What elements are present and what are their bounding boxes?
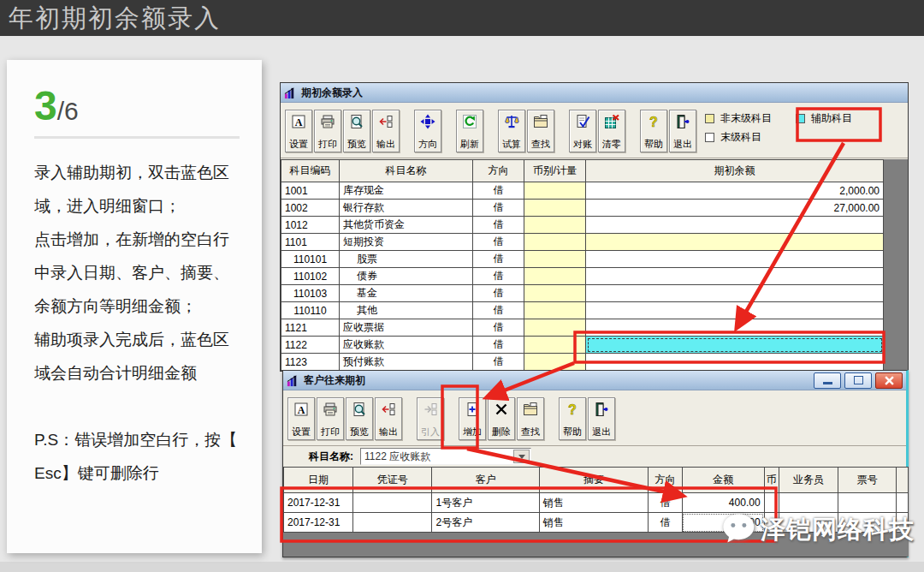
win1-titlebar[interactable]: 期初余额录入: [281, 83, 908, 103]
cell[interactable]: 1001: [281, 182, 340, 200]
find-button[interactable]: 查找: [527, 110, 554, 152]
cell[interactable]: 2017-12-31: [284, 513, 353, 533]
amount-cell[interactable]: 400.00: [682, 493, 764, 513]
exit-button[interactable]: 退出: [588, 397, 615, 440]
cell[interactable]: 借: [473, 354, 524, 371]
preview-button[interactable]: 预览: [346, 397, 373, 440]
cell[interactable]: [838, 513, 897, 533]
cell[interactable]: 借: [473, 251, 524, 268]
cell[interactable]: [352, 493, 432, 513]
cell[interactable]: 借: [473, 319, 524, 337]
import-button[interactable]: 引入: [417, 397, 444, 440]
cell[interactable]: [524, 337, 586, 354]
clear-zero-button[interactable]: 清零: [598, 110, 625, 152]
cell[interactable]: 110101: [281, 251, 340, 268]
balance-cell[interactable]: [586, 251, 884, 268]
printer-button[interactable]: 打印: [314, 110, 341, 152]
cell[interactable]: 销售: [539, 493, 648, 513]
cell[interactable]: 销售: [539, 513, 648, 533]
cell[interactable]: [524, 251, 586, 268]
cell[interactable]: 1122: [281, 337, 340, 354]
help-button[interactable]: ?帮助: [640, 110, 667, 152]
cell[interactable]: 1012: [281, 217, 340, 234]
cell[interactable]: [524, 285, 586, 302]
amount-cell[interactable]: 400.00: [682, 513, 764, 533]
help-button[interactable]: ?帮助: [559, 397, 586, 440]
balance-cell[interactable]: [586, 302, 884, 319]
delete-button[interactable]: 删除: [488, 397, 515, 440]
cell[interactable]: 2号客户: [432, 513, 539, 533]
cell[interactable]: 1123: [281, 354, 340, 371]
preview-button[interactable]: 预览: [343, 110, 370, 152]
cell[interactable]: 短期投资: [340, 234, 473, 251]
exit-button[interactable]: 退出: [669, 110, 696, 152]
balance-cell[interactable]: [586, 285, 884, 302]
cell[interactable]: [524, 354, 586, 371]
settings-a-button[interactable]: A设置: [287, 397, 315, 440]
balance-cell[interactable]: 27,000.00: [586, 200, 884, 217]
cell[interactable]: 借: [649, 513, 683, 533]
win2-titlebar[interactable]: 客户往来期初: [283, 371, 906, 390]
cell[interactable]: 借: [649, 493, 683, 513]
cell[interactable]: 基金: [340, 285, 473, 302]
cell[interactable]: [524, 182, 586, 200]
cell[interactable]: 借: [473, 182, 524, 200]
cell[interactable]: 其他货币资金: [340, 217, 473, 234]
restore-button[interactable]: [844, 372, 872, 389]
balance-cell[interactable]: [586, 268, 884, 285]
export-button[interactable]: 输出: [372, 110, 400, 152]
cell[interactable]: [779, 513, 838, 533]
reconcile-button[interactable]: 对账: [569, 110, 596, 152]
cell[interactable]: 其他: [340, 302, 473, 319]
direction-button[interactable]: 方向: [414, 110, 441, 152]
balance-cell[interactable]: [586, 354, 884, 371]
cell[interactable]: 应收票据: [340, 319, 473, 337]
cell[interactable]: 1002: [281, 200, 340, 217]
add-button[interactable]: 增加: [459, 397, 486, 440]
cell[interactable]: 预付账款: [340, 354, 473, 371]
cell[interactable]: 银行存款: [340, 200, 473, 217]
cell[interactable]: 1101: [281, 234, 340, 251]
cell[interactable]: [764, 493, 779, 513]
cell[interactable]: 股票: [340, 251, 473, 268]
cell[interactable]: [352, 513, 432, 533]
cell[interactable]: 1号客户: [432, 493, 539, 513]
cell[interactable]: [896, 493, 908, 513]
balance-cell[interactable]: [586, 319, 884, 337]
cell[interactable]: [524, 319, 586, 337]
cell[interactable]: 110102: [281, 268, 340, 285]
dropdown-arrow-icon[interactable]: [513, 450, 530, 463]
cell[interactable]: 借: [473, 217, 524, 234]
cell[interactable]: 借: [473, 302, 524, 319]
cell[interactable]: [524, 217, 586, 234]
balance-cell[interactable]: 2,000.00: [586, 182, 884, 200]
close-button[interactable]: [875, 372, 903, 389]
cell[interactable]: 借: [473, 285, 524, 302]
cell[interactable]: 借: [473, 268, 524, 285]
cell[interactable]: [764, 513, 779, 533]
aux-balance-cell[interactable]: [586, 337, 884, 354]
cell[interactable]: 110103: [281, 285, 340, 302]
cell[interactable]: 借: [473, 234, 524, 251]
cell[interactable]: 债券: [340, 268, 473, 285]
refresh-button[interactable]: 刷新: [456, 110, 483, 152]
settings-a-button[interactable]: A设置: [285, 110, 312, 152]
cell[interactable]: 110110: [281, 302, 340, 319]
trial-balance-button[interactable]: 试算: [498, 110, 525, 152]
cell[interactable]: [896, 513, 908, 533]
cell[interactable]: [524, 234, 586, 251]
export-button[interactable]: 输出: [375, 397, 402, 440]
cell[interactable]: 借: [473, 337, 524, 354]
subject-combobox[interactable]: 1122 应收账款: [360, 448, 531, 465]
minimize-button[interactable]: [814, 372, 841, 389]
cell[interactable]: 借: [473, 200, 524, 217]
cell[interactable]: [838, 493, 897, 513]
cell[interactable]: 应收账款: [340, 337, 473, 354]
find-button[interactable]: 查找: [517, 397, 544, 440]
cell[interactable]: [779, 493, 838, 513]
cell[interactable]: [524, 200, 586, 217]
cell[interactable]: [524, 302, 586, 319]
cell[interactable]: [524, 268, 586, 285]
printer-button[interactable]: 打印: [317, 397, 344, 440]
balance-cell[interactable]: [586, 234, 884, 251]
